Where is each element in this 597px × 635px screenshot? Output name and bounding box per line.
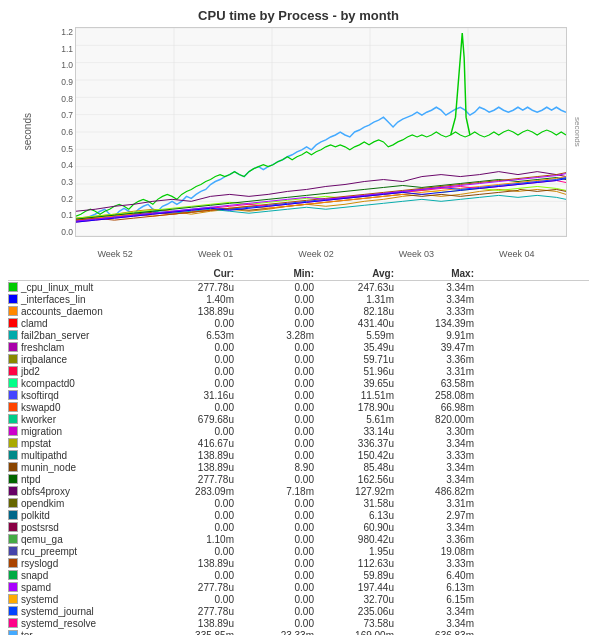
process-max: 6.13m xyxy=(398,582,478,593)
process-max: 3.33m xyxy=(398,450,478,461)
color-indicator xyxy=(8,498,18,508)
process-min: 0.00 xyxy=(238,342,318,353)
process-name: obfs4proxy xyxy=(21,486,70,497)
process-name: qemu_ga xyxy=(21,534,63,545)
process-max: 19.08m xyxy=(398,546,478,557)
table-row: qemu_ga 1.10m 0.00 980.42u 3.36m xyxy=(8,533,589,545)
color-indicator xyxy=(8,342,18,352)
table-row: ksoftirqd 31.16u 0.00 11.51m 258.08m xyxy=(8,389,589,401)
y-label: 0.4 xyxy=(47,160,73,170)
process-avg: 31.58u xyxy=(318,498,398,509)
process-name: migration xyxy=(21,426,62,437)
process-name-cell: opendkim xyxy=(8,498,158,509)
table-row: _cpu_linux_mult 277.78u 0.00 247.63u 3.3… xyxy=(8,281,589,293)
color-indicator xyxy=(8,522,18,532)
process-name-cell: kcompactd0 xyxy=(8,378,158,389)
process-name: rcu_preempt xyxy=(21,546,77,557)
chart-title: CPU time by Process - by month xyxy=(0,0,597,27)
table-row: multipathd 138.89u 0.00 150.42u 3.33m xyxy=(8,449,589,461)
table-row: _interfaces_lin 1.40m 0.00 1.31m 3.34m xyxy=(8,293,589,305)
y-label: 0.9 xyxy=(47,77,73,87)
process-name: systemd_journal xyxy=(21,606,94,617)
process-cur: 277.78u xyxy=(158,282,238,293)
process-name-cell: tor xyxy=(8,630,158,636)
process-name: kswapd0 xyxy=(21,402,60,413)
process-name: jbd2 xyxy=(21,366,40,377)
table-body: _cpu_linux_mult 277.78u 0.00 247.63u 3.3… xyxy=(8,281,589,635)
color-indicator xyxy=(8,558,18,568)
process-avg: 980.42u xyxy=(318,534,398,545)
process-name-cell: clamd xyxy=(8,318,158,329)
table-row: systemd 0.00 0.00 32.70u 6.15m xyxy=(8,593,589,605)
table-row: spamd 277.78u 0.00 197.44u 6.13m xyxy=(8,581,589,593)
process-name: systemd_resolve xyxy=(21,618,96,629)
process-min: 0.00 xyxy=(238,606,318,617)
process-name: snapd xyxy=(21,570,48,581)
y-label: 0.2 xyxy=(47,194,73,204)
process-cur: 0.00 xyxy=(158,318,238,329)
process-avg: 197.44u xyxy=(318,582,398,593)
process-min: 0.00 xyxy=(238,438,318,449)
process-name: rsyslogd xyxy=(21,558,58,569)
process-min: 0.00 xyxy=(238,354,318,365)
process-name-cell: irqbalance xyxy=(8,354,158,365)
process-max: 2.97m xyxy=(398,510,478,521)
y-axis-label: seconds xyxy=(22,113,33,150)
process-avg: 247.63u xyxy=(318,282,398,293)
process-name: spamd xyxy=(21,582,51,593)
color-indicator xyxy=(8,486,18,496)
x-label-week52: Week 52 xyxy=(98,249,133,259)
table-row: opendkim 0.00 0.00 31.58u 3.31m xyxy=(8,497,589,509)
process-avg: 32.70u xyxy=(318,594,398,605)
table-row: obfs4proxy 283.09m 7.18m 127.92m 486.82m xyxy=(8,485,589,497)
process-cur: 31.16u xyxy=(158,390,238,401)
color-indicator xyxy=(8,426,18,436)
color-indicator xyxy=(8,606,18,616)
process-cur: 6.53m xyxy=(158,330,238,341)
color-indicator xyxy=(8,510,18,520)
process-name-cell: _cpu_linux_mult xyxy=(8,282,158,293)
process-name: accounts_daemon xyxy=(21,306,103,317)
table-row: kswapd0 0.00 0.00 178.90u 66.98m xyxy=(8,401,589,413)
process-name-cell: polkitd xyxy=(8,510,158,521)
process-cur: 277.78u xyxy=(158,474,238,485)
process-name-cell: ntpd xyxy=(8,474,158,485)
process-min: 0.00 xyxy=(238,534,318,545)
col-name xyxy=(8,268,158,279)
chart-area xyxy=(75,27,567,237)
process-max: 39.47m xyxy=(398,342,478,353)
process-cur: 0.00 xyxy=(158,546,238,557)
col-min: Min: xyxy=(238,268,318,279)
table-row: irqbalance 0.00 0.00 59.71u 3.36m xyxy=(8,353,589,365)
process-name-cell: postsrsd xyxy=(8,522,158,533)
color-indicator xyxy=(8,546,18,556)
color-indicator xyxy=(8,462,18,472)
process-cur: 416.67u xyxy=(158,438,238,449)
process-max: 66.98m xyxy=(398,402,478,413)
table-row: jbd2 0.00 0.00 51.96u 3.31m xyxy=(8,365,589,377)
process-avg: 178.90u xyxy=(318,402,398,413)
process-cur: 138.89u xyxy=(158,450,238,461)
y-label: 0.8 xyxy=(47,94,73,104)
process-max: 6.40m xyxy=(398,570,478,581)
x-label-week01: Week 01 xyxy=(198,249,233,259)
process-avg: 431.40u xyxy=(318,318,398,329)
process-cur: 0.00 xyxy=(158,402,238,413)
process-name-cell: qemu_ga xyxy=(8,534,158,545)
process-avg: 235.06u xyxy=(318,606,398,617)
color-indicator xyxy=(8,582,18,592)
process-name-cell: spamd xyxy=(8,582,158,593)
color-indicator xyxy=(8,402,18,412)
process-name-cell: obfs4proxy xyxy=(8,486,158,497)
process-avg: 59.71u xyxy=(318,354,398,365)
process-cur: 0.00 xyxy=(158,426,238,437)
process-cur: 0.00 xyxy=(158,522,238,533)
table-row: migration 0.00 0.00 33.14u 3.30m xyxy=(8,425,589,437)
process-max: 134.39m xyxy=(398,318,478,329)
color-indicator xyxy=(8,570,18,580)
process-avg: 73.58u xyxy=(318,618,398,629)
table-header-row: Cur: Min: Avg: Max: xyxy=(8,267,589,281)
process-name: _interfaces_lin xyxy=(21,294,85,305)
process-avg: 112.63u xyxy=(318,558,398,569)
process-avg: 11.51m xyxy=(318,390,398,401)
